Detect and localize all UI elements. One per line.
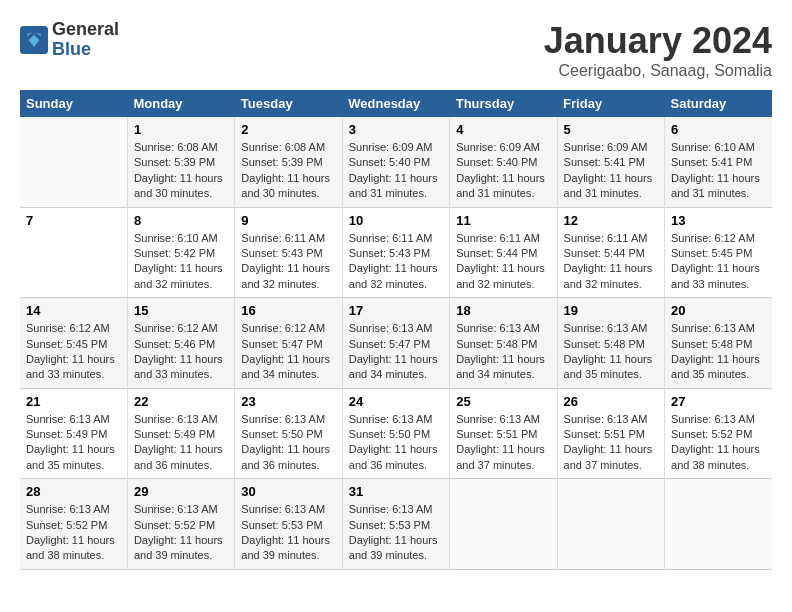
day-info: Sunrise: 6:13 AM Sunset: 5:50 PM Dayligh… [241,412,335,474]
calendar-cell: 23Sunrise: 6:13 AM Sunset: 5:50 PM Dayli… [235,388,342,479]
day-number: 28 [26,484,121,499]
day-info: Sunrise: 6:13 AM Sunset: 5:48 PM Dayligh… [564,321,658,383]
day-info: Sunrise: 6:13 AM Sunset: 5:52 PM Dayligh… [134,502,228,564]
day-info: Sunrise: 6:12 AM Sunset: 5:45 PM Dayligh… [26,321,121,383]
calendar-cell: 26Sunrise: 6:13 AM Sunset: 5:51 PM Dayli… [557,388,664,479]
day-number: 22 [134,394,228,409]
day-number: 19 [564,303,658,318]
day-number: 6 [671,122,766,137]
day-number: 29 [134,484,228,499]
calendar-cell [450,479,557,570]
day-number: 24 [349,394,443,409]
title-area: January 2024 Ceerigaabo, Sanaag, Somalia [544,20,772,80]
day-number: 20 [671,303,766,318]
calendar-cell: 29Sunrise: 6:13 AM Sunset: 5:52 PM Dayli… [127,479,234,570]
day-number: 31 [349,484,443,499]
weekday-header: Wednesday [342,90,449,117]
calendar-cell: 11Sunrise: 6:11 AM Sunset: 5:44 PM Dayli… [450,207,557,298]
day-info: Sunrise: 6:13 AM Sunset: 5:53 PM Dayligh… [349,502,443,564]
calendar-cell: 13Sunrise: 6:12 AM Sunset: 5:45 PM Dayli… [665,207,772,298]
day-info: Sunrise: 6:09 AM Sunset: 5:40 PM Dayligh… [456,140,550,202]
day-number: 30 [241,484,335,499]
day-number: 23 [241,394,335,409]
day-info: Sunrise: 6:11 AM Sunset: 5:44 PM Dayligh… [564,231,658,293]
calendar-cell: 4Sunrise: 6:09 AM Sunset: 5:40 PM Daylig… [450,117,557,207]
calendar-cell: 19Sunrise: 6:13 AM Sunset: 5:48 PM Dayli… [557,298,664,389]
weekday-header: Friday [557,90,664,117]
day-number: 18 [456,303,550,318]
calendar-cell: 17Sunrise: 6:13 AM Sunset: 5:47 PM Dayli… [342,298,449,389]
day-info: Sunrise: 6:12 AM Sunset: 5:45 PM Dayligh… [671,231,766,293]
calendar-table: SundayMondayTuesdayWednesdayThursdayFrid… [20,90,772,570]
day-info: Sunrise: 6:09 AM Sunset: 5:40 PM Dayligh… [349,140,443,202]
day-number: 16 [241,303,335,318]
day-number: 4 [456,122,550,137]
day-info: Sunrise: 6:13 AM Sunset: 5:52 PM Dayligh… [26,502,121,564]
day-info: Sunrise: 6:11 AM Sunset: 5:43 PM Dayligh… [349,231,443,293]
weekday-header: Tuesday [235,90,342,117]
weekday-row: SundayMondayTuesdayWednesdayThursdayFrid… [20,90,772,117]
calendar-cell: 9Sunrise: 6:11 AM Sunset: 5:43 PM Daylig… [235,207,342,298]
day-info: Sunrise: 6:11 AM Sunset: 5:43 PM Dayligh… [241,231,335,293]
day-info: Sunrise: 6:08 AM Sunset: 5:39 PM Dayligh… [134,140,228,202]
calendar-week-row: 1Sunrise: 6:08 AM Sunset: 5:39 PM Daylig… [20,117,772,207]
calendar-cell: 22Sunrise: 6:13 AM Sunset: 5:49 PM Dayli… [127,388,234,479]
day-info: Sunrise: 6:13 AM Sunset: 5:51 PM Dayligh… [456,412,550,474]
day-number: 2 [241,122,335,137]
calendar-cell: 15Sunrise: 6:12 AM Sunset: 5:46 PM Dayli… [127,298,234,389]
header: General Blue January 2024 Ceerigaabo, Sa… [20,20,772,80]
weekday-header: Sunday [20,90,127,117]
calendar-cell: 7 [20,207,127,298]
calendar-week-row: 21Sunrise: 6:13 AM Sunset: 5:49 PM Dayli… [20,388,772,479]
weekday-header: Monday [127,90,234,117]
calendar-header: SundayMondayTuesdayWednesdayThursdayFrid… [20,90,772,117]
calendar-cell [20,117,127,207]
day-info: Sunrise: 6:11 AM Sunset: 5:44 PM Dayligh… [456,231,550,293]
calendar-title: January 2024 [544,20,772,62]
day-number: 8 [134,213,228,228]
calendar-cell [557,479,664,570]
day-number: 3 [349,122,443,137]
weekday-header: Thursday [450,90,557,117]
day-number: 25 [456,394,550,409]
calendar-cell: 18Sunrise: 6:13 AM Sunset: 5:48 PM Dayli… [450,298,557,389]
day-info: Sunrise: 6:13 AM Sunset: 5:49 PM Dayligh… [26,412,121,474]
day-info: Sunrise: 6:09 AM Sunset: 5:41 PM Dayligh… [564,140,658,202]
calendar-cell: 12Sunrise: 6:11 AM Sunset: 5:44 PM Dayli… [557,207,664,298]
day-info: Sunrise: 6:10 AM Sunset: 5:41 PM Dayligh… [671,140,766,202]
day-number: 9 [241,213,335,228]
calendar-cell: 28Sunrise: 6:13 AM Sunset: 5:52 PM Dayli… [20,479,127,570]
day-info: Sunrise: 6:13 AM Sunset: 5:52 PM Dayligh… [671,412,766,474]
logo-text: General Blue [52,20,119,60]
day-number: 15 [134,303,228,318]
day-number: 21 [26,394,121,409]
day-info: Sunrise: 6:13 AM Sunset: 5:48 PM Dayligh… [456,321,550,383]
day-info: Sunrise: 6:08 AM Sunset: 5:39 PM Dayligh… [241,140,335,202]
calendar-cell [665,479,772,570]
day-number: 10 [349,213,443,228]
day-number: 11 [456,213,550,228]
day-number: 26 [564,394,658,409]
calendar-cell: 21Sunrise: 6:13 AM Sunset: 5:49 PM Dayli… [20,388,127,479]
day-info: Sunrise: 6:13 AM Sunset: 5:48 PM Dayligh… [671,321,766,383]
calendar-subtitle: Ceerigaabo, Sanaag, Somalia [544,62,772,80]
calendar-cell: 20Sunrise: 6:13 AM Sunset: 5:48 PM Dayli… [665,298,772,389]
day-number: 12 [564,213,658,228]
calendar-week-row: 28Sunrise: 6:13 AM Sunset: 5:52 PM Dayli… [20,479,772,570]
calendar-cell: 14Sunrise: 6:12 AM Sunset: 5:45 PM Dayli… [20,298,127,389]
calendar-cell: 10Sunrise: 6:11 AM Sunset: 5:43 PM Dayli… [342,207,449,298]
weekday-header: Saturday [665,90,772,117]
calendar-cell: 30Sunrise: 6:13 AM Sunset: 5:53 PM Dayli… [235,479,342,570]
logo-icon [20,26,48,54]
calendar-cell: 5Sunrise: 6:09 AM Sunset: 5:41 PM Daylig… [557,117,664,207]
calendar-week-row: 14Sunrise: 6:12 AM Sunset: 5:45 PM Dayli… [20,298,772,389]
day-info: Sunrise: 6:13 AM Sunset: 5:51 PM Dayligh… [564,412,658,474]
calendar-body: 1Sunrise: 6:08 AM Sunset: 5:39 PM Daylig… [20,117,772,569]
day-info: Sunrise: 6:12 AM Sunset: 5:46 PM Dayligh… [134,321,228,383]
calendar-cell: 6Sunrise: 6:10 AM Sunset: 5:41 PM Daylig… [665,117,772,207]
calendar-cell: 16Sunrise: 6:12 AM Sunset: 5:47 PM Dayli… [235,298,342,389]
calendar-cell: 24Sunrise: 6:13 AM Sunset: 5:50 PM Dayli… [342,388,449,479]
day-info: Sunrise: 6:13 AM Sunset: 5:47 PM Dayligh… [349,321,443,383]
day-info: Sunrise: 6:13 AM Sunset: 5:49 PM Dayligh… [134,412,228,474]
day-number: 14 [26,303,121,318]
